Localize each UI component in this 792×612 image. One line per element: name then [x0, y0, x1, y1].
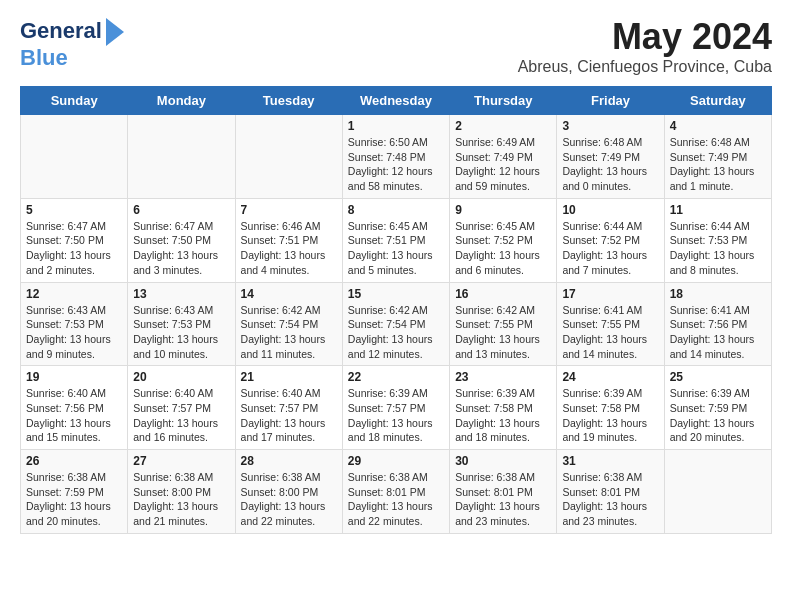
day-number: 5 — [26, 203, 122, 217]
logo-text-line1: General — [20, 19, 102, 43]
day-number: 11 — [670, 203, 766, 217]
calendar-cell — [235, 115, 342, 199]
day-number: 12 — [26, 287, 122, 301]
day-number: 8 — [348, 203, 444, 217]
calendar-cell: 17Sunrise: 6:41 AMSunset: 7:55 PMDayligh… — [557, 282, 664, 366]
cell-content: Sunrise: 6:41 AMSunset: 7:55 PMDaylight:… — [562, 303, 658, 362]
cell-content: Sunrise: 6:44 AMSunset: 7:53 PMDaylight:… — [670, 219, 766, 278]
cell-content: Sunrise: 6:42 AMSunset: 7:55 PMDaylight:… — [455, 303, 551, 362]
day-number: 31 — [562, 454, 658, 468]
calendar-cell — [664, 450, 771, 534]
day-number: 28 — [241, 454, 337, 468]
cell-content: Sunrise: 6:38 AMSunset: 8:00 PMDaylight:… — [241, 470, 337, 529]
day-number: 25 — [670, 370, 766, 384]
col-sunday: Sunday — [21, 87, 128, 115]
cell-content: Sunrise: 6:39 AMSunset: 7:59 PMDaylight:… — [670, 386, 766, 445]
calendar-cell: 15Sunrise: 6:42 AMSunset: 7:54 PMDayligh… — [342, 282, 449, 366]
calendar-cell: 8Sunrise: 6:45 AMSunset: 7:51 PMDaylight… — [342, 198, 449, 282]
cell-content: Sunrise: 6:42 AMSunset: 7:54 PMDaylight:… — [348, 303, 444, 362]
logo-arrow-icon — [106, 18, 124, 46]
title-block: May 2024 Abreus, Cienfuegos Province, Cu… — [518, 16, 772, 76]
calendar-cell: 25Sunrise: 6:39 AMSunset: 7:59 PMDayligh… — [664, 366, 771, 450]
day-number: 1 — [348, 119, 444, 133]
calendar-table: Sunday Monday Tuesday Wednesday Thursday… — [20, 86, 772, 534]
calendar-cell: 22Sunrise: 6:39 AMSunset: 7:57 PMDayligh… — [342, 366, 449, 450]
day-number: 15 — [348, 287, 444, 301]
day-number: 24 — [562, 370, 658, 384]
calendar-cell: 19Sunrise: 6:40 AMSunset: 7:56 PMDayligh… — [21, 366, 128, 450]
day-number: 3 — [562, 119, 658, 133]
day-number: 16 — [455, 287, 551, 301]
cell-content: Sunrise: 6:49 AMSunset: 7:49 PMDaylight:… — [455, 135, 551, 194]
col-saturday: Saturday — [664, 87, 771, 115]
calendar-cell: 7Sunrise: 6:46 AMSunset: 7:51 PMDaylight… — [235, 198, 342, 282]
cell-content: Sunrise: 6:48 AMSunset: 7:49 PMDaylight:… — [670, 135, 766, 194]
cell-content: Sunrise: 6:43 AMSunset: 7:53 PMDaylight:… — [133, 303, 229, 362]
calendar-cell: 4Sunrise: 6:48 AMSunset: 7:49 PMDaylight… — [664, 115, 771, 199]
logo-text-line2: Blue — [20, 46, 68, 70]
day-number: 29 — [348, 454, 444, 468]
header: General Blue May 2024 Abreus, Cienfuegos… — [20, 16, 772, 76]
calendar-cell: 28Sunrise: 6:38 AMSunset: 8:00 PMDayligh… — [235, 450, 342, 534]
calendar-cell: 1Sunrise: 6:50 AMSunset: 7:48 PMDaylight… — [342, 115, 449, 199]
calendar-cell: 13Sunrise: 6:43 AMSunset: 7:53 PMDayligh… — [128, 282, 235, 366]
day-number: 30 — [455, 454, 551, 468]
main-title: May 2024 — [518, 16, 772, 58]
calendar-cell: 21Sunrise: 6:40 AMSunset: 7:57 PMDayligh… — [235, 366, 342, 450]
calendar-cell: 6Sunrise: 6:47 AMSunset: 7:50 PMDaylight… — [128, 198, 235, 282]
cell-content: Sunrise: 6:38 AMSunset: 7:59 PMDaylight:… — [26, 470, 122, 529]
calendar-cell: 16Sunrise: 6:42 AMSunset: 7:55 PMDayligh… — [450, 282, 557, 366]
day-number: 13 — [133, 287, 229, 301]
col-wednesday: Wednesday — [342, 87, 449, 115]
calendar-week-5: 26Sunrise: 6:38 AMSunset: 7:59 PMDayligh… — [21, 450, 772, 534]
calendar-cell: 27Sunrise: 6:38 AMSunset: 8:00 PMDayligh… — [128, 450, 235, 534]
cell-content: Sunrise: 6:38 AMSunset: 8:01 PMDaylight:… — [348, 470, 444, 529]
day-number: 21 — [241, 370, 337, 384]
calendar-cell — [21, 115, 128, 199]
day-number: 14 — [241, 287, 337, 301]
calendar-cell: 30Sunrise: 6:38 AMSunset: 8:01 PMDayligh… — [450, 450, 557, 534]
calendar-cell: 26Sunrise: 6:38 AMSunset: 7:59 PMDayligh… — [21, 450, 128, 534]
cell-content: Sunrise: 6:41 AMSunset: 7:56 PMDaylight:… — [670, 303, 766, 362]
day-number: 9 — [455, 203, 551, 217]
day-number: 23 — [455, 370, 551, 384]
calendar-cell: 23Sunrise: 6:39 AMSunset: 7:58 PMDayligh… — [450, 366, 557, 450]
day-number: 26 — [26, 454, 122, 468]
day-number: 27 — [133, 454, 229, 468]
calendar-cell: 2Sunrise: 6:49 AMSunset: 7:49 PMDaylight… — [450, 115, 557, 199]
calendar-week-3: 12Sunrise: 6:43 AMSunset: 7:53 PMDayligh… — [21, 282, 772, 366]
cell-content: Sunrise: 6:46 AMSunset: 7:51 PMDaylight:… — [241, 219, 337, 278]
cell-content: Sunrise: 6:39 AMSunset: 7:58 PMDaylight:… — [562, 386, 658, 445]
day-number: 20 — [133, 370, 229, 384]
day-number: 4 — [670, 119, 766, 133]
col-friday: Friday — [557, 87, 664, 115]
day-number: 2 — [455, 119, 551, 133]
cell-content: Sunrise: 6:45 AMSunset: 7:51 PMDaylight:… — [348, 219, 444, 278]
cell-content: Sunrise: 6:40 AMSunset: 7:57 PMDaylight:… — [241, 386, 337, 445]
day-number: 22 — [348, 370, 444, 384]
calendar-cell: 9Sunrise: 6:45 AMSunset: 7:52 PMDaylight… — [450, 198, 557, 282]
cell-content: Sunrise: 6:38 AMSunset: 8:00 PMDaylight:… — [133, 470, 229, 529]
calendar-cell: 14Sunrise: 6:42 AMSunset: 7:54 PMDayligh… — [235, 282, 342, 366]
calendar-cell: 11Sunrise: 6:44 AMSunset: 7:53 PMDayligh… — [664, 198, 771, 282]
cell-content: Sunrise: 6:38 AMSunset: 8:01 PMDaylight:… — [455, 470, 551, 529]
calendar-cell: 31Sunrise: 6:38 AMSunset: 8:01 PMDayligh… — [557, 450, 664, 534]
cell-content: Sunrise: 6:39 AMSunset: 7:57 PMDaylight:… — [348, 386, 444, 445]
calendar-cell: 5Sunrise: 6:47 AMSunset: 7:50 PMDaylight… — [21, 198, 128, 282]
cell-content: Sunrise: 6:38 AMSunset: 8:01 PMDaylight:… — [562, 470, 658, 529]
calendar-cell: 24Sunrise: 6:39 AMSunset: 7:58 PMDayligh… — [557, 366, 664, 450]
cell-content: Sunrise: 6:45 AMSunset: 7:52 PMDaylight:… — [455, 219, 551, 278]
calendar-week-4: 19Sunrise: 6:40 AMSunset: 7:56 PMDayligh… — [21, 366, 772, 450]
cell-content: Sunrise: 6:50 AMSunset: 7:48 PMDaylight:… — [348, 135, 444, 194]
header-row: Sunday Monday Tuesday Wednesday Thursday… — [21, 87, 772, 115]
day-number: 17 — [562, 287, 658, 301]
calendar-cell: 20Sunrise: 6:40 AMSunset: 7:57 PMDayligh… — [128, 366, 235, 450]
day-number: 19 — [26, 370, 122, 384]
cell-content: Sunrise: 6:47 AMSunset: 7:50 PMDaylight:… — [133, 219, 229, 278]
cell-content: Sunrise: 6:40 AMSunset: 7:56 PMDaylight:… — [26, 386, 122, 445]
day-number: 10 — [562, 203, 658, 217]
calendar-cell: 18Sunrise: 6:41 AMSunset: 7:56 PMDayligh… — [664, 282, 771, 366]
cell-content: Sunrise: 6:44 AMSunset: 7:52 PMDaylight:… — [562, 219, 658, 278]
calendar-week-2: 5Sunrise: 6:47 AMSunset: 7:50 PMDaylight… — [21, 198, 772, 282]
col-tuesday: Tuesday — [235, 87, 342, 115]
